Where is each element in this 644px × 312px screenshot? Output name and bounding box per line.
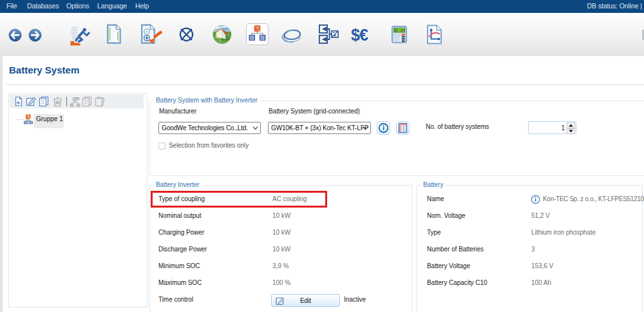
svg-text:32.24: 32.24 [393,28,405,33]
